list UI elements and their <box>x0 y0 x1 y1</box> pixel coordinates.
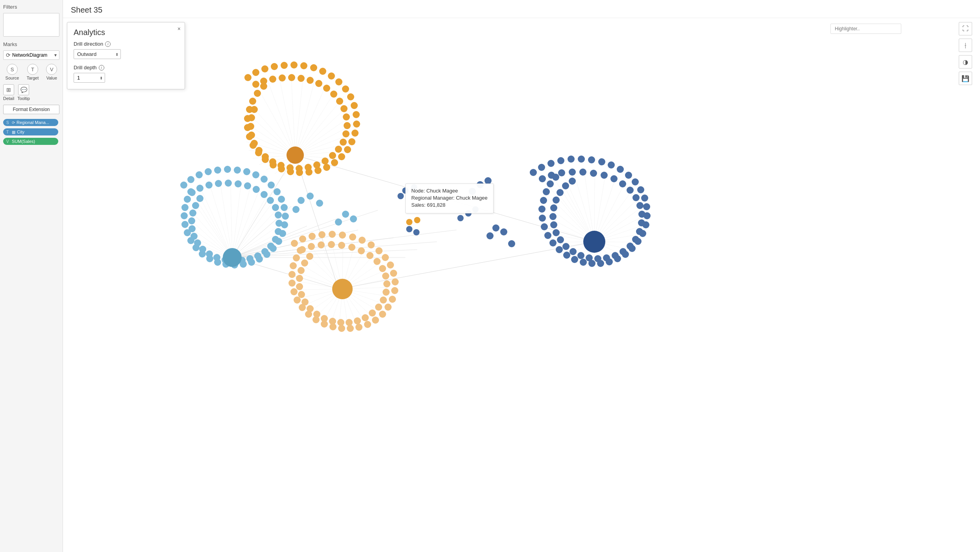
marks-source[interactable]: S Source <box>6 64 19 80</box>
svg-point-380 <box>382 272 389 280</box>
svg-point-373 <box>328 241 335 248</box>
svg-point-308 <box>643 203 650 210</box>
sheet-title: Sheet 35 <box>63 0 980 18</box>
svg-point-444 <box>413 229 420 235</box>
svg-point-304 <box>625 172 632 179</box>
svg-point-102 <box>314 167 322 174</box>
format-extension-button[interactable]: Format Extension <box>3 105 59 114</box>
svg-point-326 <box>539 215 546 222</box>
drill-direction-select[interactable]: Outward Inward <box>74 49 121 59</box>
svg-point-217 <box>184 196 191 203</box>
svg-point-210 <box>199 250 206 257</box>
analytics-close-button[interactable]: × <box>178 26 181 32</box>
drill-depth-input[interactable] <box>74 73 105 83</box>
svg-point-87 <box>310 64 317 71</box>
marks-icons-row: S Source T Target V Value <box>3 64 59 80</box>
svg-point-98 <box>344 146 351 153</box>
svg-point-215 <box>181 212 188 219</box>
tooltip-sales-value: 691,828 <box>427 202 446 208</box>
svg-point-203 <box>256 256 263 263</box>
svg-point-208 <box>214 259 221 266</box>
tooltip-icon: 💬 <box>18 84 29 95</box>
source-icon: S <box>7 64 18 75</box>
svg-point-266 <box>601 172 608 179</box>
svg-point-379 <box>379 265 386 272</box>
marks-dropdown-label: NetworkDiagram <box>12 52 47 58</box>
svg-line-19 <box>291 76 295 155</box>
svg-point-50 <box>269 76 276 83</box>
svg-point-55 <box>315 80 322 87</box>
svg-point-445 <box>406 219 412 225</box>
svg-point-383 <box>380 296 387 304</box>
svg-point-327 <box>538 206 545 213</box>
tooltip-sales-line: Sales: 691,828 <box>411 202 488 208</box>
marks-detail[interactable]: ⊞ Detail <box>3 84 14 101</box>
svg-point-117 <box>260 83 267 90</box>
svg-point-264 <box>579 169 586 176</box>
svg-point-189 <box>234 167 241 174</box>
svg-point-103 <box>305 169 312 176</box>
svg-point-295 <box>538 164 545 171</box>
svg-point-300 <box>588 156 595 163</box>
svg-point-180 <box>189 209 196 217</box>
source-pill[interactable]: S ⟳ Regional Mana... <box>3 119 58 126</box>
svg-point-301 <box>598 158 605 165</box>
svg-point-94 <box>353 111 360 118</box>
svg-point-64 <box>335 146 342 153</box>
svg-point-80 <box>244 74 251 81</box>
svg-point-297 <box>557 157 564 164</box>
svg-point-65 <box>329 152 336 159</box>
marks-target[interactable]: T Target <box>27 64 39 80</box>
tooltip-manager-line: Regional Manager: Chuck Magee <box>411 195 488 201</box>
pill-source-icon: ⟳ <box>12 120 15 125</box>
svg-point-426 <box>312 316 320 323</box>
marks-dropdown[interactable]: ⟳ NetworkDiagram ▾ <box>3 50 59 60</box>
svg-point-434 <box>293 254 300 261</box>
svg-point-285 <box>557 236 564 243</box>
marks-tooltip[interactable]: 💬 Tooltip <box>17 84 30 101</box>
svg-point-54 <box>307 77 314 84</box>
value-pill[interactable]: V SUM(Sales) <box>3 138 58 145</box>
svg-point-376 <box>358 247 365 254</box>
svg-point-418 <box>379 311 386 318</box>
svg-point-387 <box>354 317 361 324</box>
svg-point-106 <box>278 165 285 172</box>
svg-point-377 <box>366 252 374 259</box>
svg-point-196 <box>281 204 288 211</box>
pill-target-icon: ▦ <box>12 130 15 134</box>
svg-point-205 <box>240 261 247 268</box>
drill-depth-info-icon: i <box>99 65 104 70</box>
svg-line-17 <box>268 80 295 155</box>
svg-point-400 <box>306 253 313 260</box>
svg-point-408 <box>359 237 366 244</box>
svg-point-321 <box>563 252 570 259</box>
svg-line-20 <box>295 77 303 155</box>
svg-point-330 <box>547 180 554 187</box>
svg-point-429 <box>294 296 301 304</box>
svg-point-396 <box>296 283 303 290</box>
svg-point-399 <box>301 259 308 267</box>
svg-point-52 <box>288 74 295 81</box>
svg-point-397 <box>296 275 303 282</box>
target-pill[interactable]: T ▦ City <box>3 128 58 135</box>
tooltip-sales-label: Sales: <box>411 202 427 208</box>
svg-point-200 <box>275 238 282 245</box>
svg-point-292 <box>562 182 569 189</box>
drill-direction-info-icon: i <box>105 41 111 47</box>
svg-point-311 <box>639 230 646 237</box>
svg-point-113 <box>244 115 251 122</box>
svg-point-110 <box>250 142 257 149</box>
svg-point-314 <box>622 251 629 258</box>
svg-point-262 <box>558 169 565 176</box>
svg-point-290 <box>553 196 560 204</box>
svg-point-296 <box>547 160 555 167</box>
source-pill-label: Regional Mana... <box>17 120 49 125</box>
svg-line-25 <box>295 104 350 155</box>
svg-point-306 <box>637 186 644 193</box>
svg-point-212 <box>187 237 194 244</box>
svg-point-187 <box>214 167 221 174</box>
svg-point-161 <box>272 204 279 211</box>
marks-value[interactable]: V Value <box>46 64 57 80</box>
svg-point-209 <box>206 255 213 262</box>
network-diagram[interactable] <box>63 18 980 552</box>
